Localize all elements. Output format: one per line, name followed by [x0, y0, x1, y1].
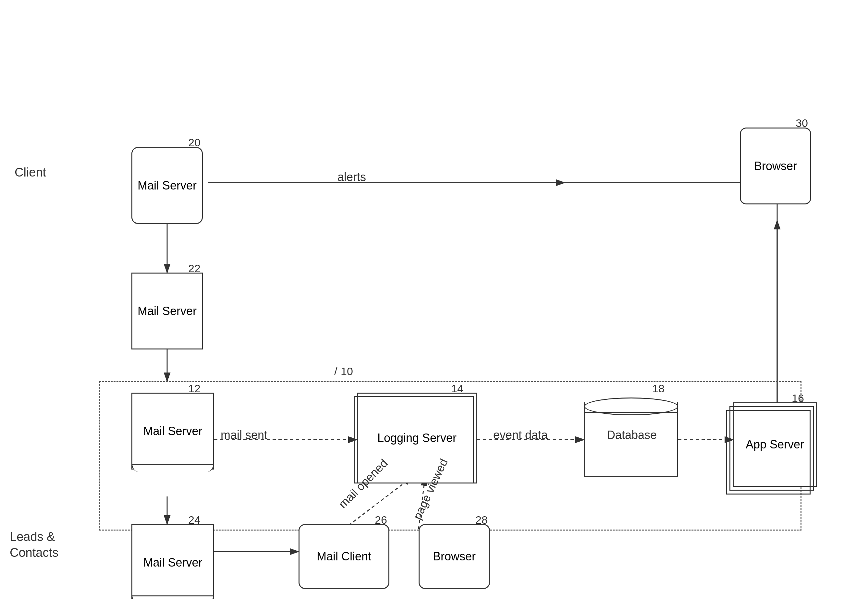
- ref-10: 10: [341, 365, 353, 378]
- label-mail-sent: mail sent: [221, 428, 267, 442]
- mail-server-22: Mail Server: [131, 272, 203, 349]
- mail-server-24: Mail Server: [131, 524, 214, 599]
- mail-server-12-doc-tab: [131, 464, 214, 472]
- database-18-mid: [585, 412, 677, 413]
- mail-server-20: Mail Server: [131, 147, 203, 224]
- browser-30: Browser: [740, 128, 811, 205]
- mail-server-24-doc-tab: [131, 595, 214, 599]
- diagram: Client Leads &Contacts 10 / Mail Server …: [0, 0, 868, 599]
- section-label-leads: Leads &Contacts: [10, 529, 59, 561]
- app-server-back2: [726, 410, 811, 495]
- ref-26: 26: [375, 514, 387, 526]
- ref-12: 12: [188, 382, 200, 395]
- mail-client-26: Mail Client: [298, 524, 390, 589]
- ref-24: 24: [188, 514, 200, 526]
- ref-16: 16: [792, 392, 804, 405]
- section-label-client: Client: [15, 166, 46, 179]
- ref-28: 28: [475, 514, 488, 526]
- label-alerts: alerts: [337, 170, 366, 184]
- ref-14: 14: [451, 382, 463, 395]
- ref-22: 22: [188, 262, 200, 275]
- ref-10-slash: /: [334, 365, 337, 378]
- label-event-data: event data: [493, 428, 548, 442]
- mail-server-12: Mail Server: [131, 393, 214, 470]
- ref-18: 18: [652, 382, 665, 395]
- ref-30: 30: [796, 117, 808, 129]
- database-label: Database: [607, 428, 657, 442]
- browser-28: Browser: [418, 524, 490, 589]
- ref-20: 20: [188, 136, 200, 149]
